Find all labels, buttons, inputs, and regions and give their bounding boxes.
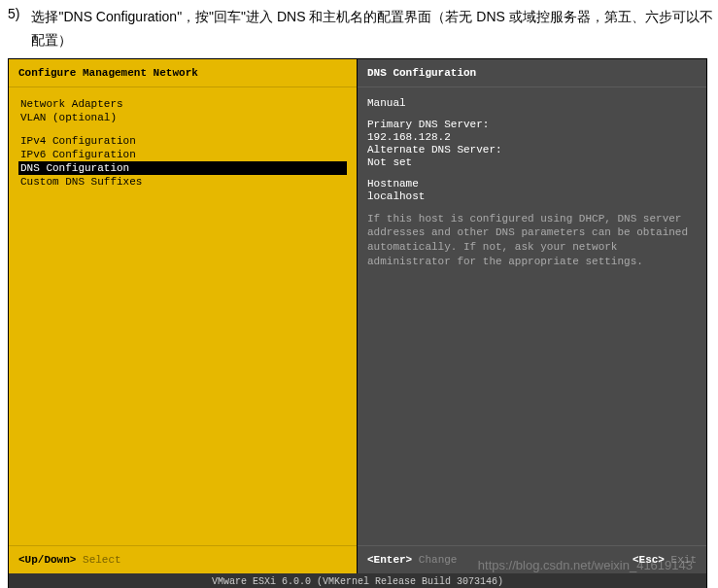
alternate-dns-value: Not set (367, 156, 697, 168)
esc-label: Exit (671, 554, 697, 566)
help-text: If this host is configured using DHCP, D… (367, 212, 697, 269)
updown-label: Select (83, 554, 121, 566)
primary-dns-label: Primary DNS Server: (367, 119, 697, 130)
right-panel-title: DNS Configuration (358, 59, 706, 87)
main-area: Configure Management Network Network Ada… (9, 59, 706, 573)
right-panel: DNS Configuration Manual Primary DNS Ser… (358, 59, 706, 573)
primary-dns-value: 192.168.128.2 (367, 131, 697, 143)
alternate-dns-label: Alternate DNS Server: (367, 144, 697, 156)
enter-key: <Enter> (367, 554, 412, 566)
menu-item-network-adapters[interactable]: Network Adapters (18, 97, 347, 111)
menu-item-dns-configuration[interactable]: DNS Configuration (18, 161, 347, 175)
left-footer: <Up/Down> Select (9, 545, 357, 573)
hostname-value: localhost (367, 190, 697, 202)
right-panel-body: Manual Primary DNS Server: 192.168.128.2… (358, 87, 706, 545)
instruction-number: 5) (8, 6, 19, 52)
menu-item-vlan-optional[interactable]: VLAN (optional) (18, 111, 347, 124)
menu-item-ipv6-configuration[interactable]: IPv6 Configuration (18, 148, 347, 161)
updown-key: <Up/Down> (18, 554, 76, 566)
left-panel-title: Configure Management Network (9, 59, 357, 87)
status-bar: VMware ESXi 6.0.0 (VMKernel Release Buil… (9, 573, 706, 588)
instruction-body: 选择"DNS Configuration"，按"回车"进入 DNS 和主机名的配… (31, 6, 718, 52)
menu-item-custom-dns-suffixes[interactable]: Custom DNS Suffixes (18, 175, 347, 189)
enter-label: Change (419, 554, 458, 566)
left-panel: Configure Management Network Network Ada… (9, 59, 358, 573)
esxi-console: Configure Management Network Network Ada… (8, 58, 707, 588)
right-footer: <Enter> Change <Esc> Exit (358, 545, 706, 573)
esc-key: <Esc> (633, 554, 665, 566)
hostname-label: Hostname (367, 178, 697, 190)
instruction-text: 5) 选择"DNS Configuration"，按"回车"进入 DNS 和主机… (0, 0, 718, 58)
left-panel-body: Network AdaptersVLAN (optional)IPv4 Conf… (9, 87, 357, 545)
menu-item-ipv4-configuration[interactable]: IPv4 Configuration (18, 134, 347, 148)
dns-mode: Manual (367, 97, 697, 109)
